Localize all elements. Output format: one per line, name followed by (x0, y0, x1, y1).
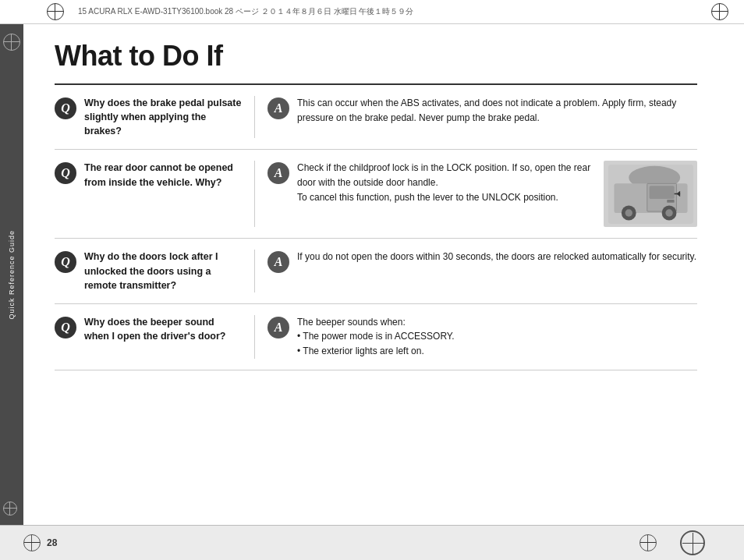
q-icon-1: Q (55, 97, 76, 119)
qa-divider-1 (254, 96, 255, 138)
q-part-3: Q Why do the doors lock after I unlocked… (55, 250, 242, 292)
q-part-1: Q Why does the brake pedal pulsate sligh… (55, 96, 242, 138)
q-text-3: Why do the doors lock after I unlocked t… (84, 250, 242, 292)
a-text-4: The beeper sounds when: The power mode i… (297, 315, 697, 359)
a-icon-4: A (267, 317, 289, 338)
a-text-3: If you do not open the doors within 30 s… (297, 250, 697, 292)
svg-rect-5 (667, 200, 674, 203)
a-part-3: A If you do not open the doors within 30… (267, 250, 697, 292)
a-icon-3: A (267, 251, 289, 273)
a-part-4: A The beeper sounds when: The power mode… (267, 315, 697, 359)
qa-divider-4 (254, 315, 255, 359)
qa-item-3: Q Why do the doors lock after I unlocked… (55, 239, 697, 303)
q-text-2: The rear door cannot be opened from insi… (84, 161, 242, 227)
a-part-2: A Check if the childproof lock is in the… (267, 161, 697, 227)
q-icon-2: Q (55, 162, 76, 184)
sidebar-crosshair-bottom (3, 502, 17, 516)
footer-crosshair-left (23, 534, 41, 551)
qa-divider-3 (254, 250, 255, 292)
sidebar-crosshair-top: .sidebar .circle-cross::before,.sidebar … (3, 34, 20, 51)
header-crosshair-left (47, 3, 64, 20)
a-part-1: A This can occur when the ABS activates,… (267, 96, 697, 138)
q-text-1: Why does the brake pedal pulsate slightl… (84, 96, 242, 138)
a-text-1: This can occur when the ABS activates, a… (297, 96, 697, 138)
q-icon-4: Q (55, 317, 76, 338)
footer-circle-right (680, 530, 705, 555)
footer: 28 (0, 525, 744, 560)
a-bullets-4: The power mode is in ACCESSORY. The exte… (297, 329, 697, 358)
header-strip: 15 ACURA RLX E-AWD-31TY36100.book 28 ページ… (0, 0, 744, 24)
qa-item-1: Q Why does the brake pedal pulsate sligh… (55, 85, 697, 150)
sidebar: .sidebar .circle-cross::before,.sidebar … (0, 24, 23, 525)
svg-rect-4 (649, 186, 674, 199)
q-icon-3: Q (55, 251, 76, 273)
content-area: What to Do If Q Why does the brake pedal… (23, 24, 744, 525)
a-bullet-4-2: The exterior lights are left on. (297, 344, 697, 359)
a-icon-2: A (267, 162, 289, 184)
a-icon-1: A (267, 97, 289, 119)
page: 15 ACURA RLX E-AWD-31TY36100.book 28 ページ… (0, 0, 744, 560)
main-content: .sidebar .circle-cross::before,.sidebar … (0, 24, 744, 525)
q-part-2: Q The rear door cannot be opened from in… (55, 161, 242, 227)
svg-point-9 (665, 209, 672, 216)
page-number: 28 (47, 537, 57, 548)
a-intro-4: The beeper sounds when: (297, 317, 406, 328)
footer-crosshair-center (639, 534, 657, 551)
a-bullet-4-1: The power mode is in ACCESSORY. (297, 329, 697, 344)
car-door-image (604, 161, 697, 227)
header-crosshair-right (711, 3, 728, 20)
header-file-info: 15 ACURA RLX E-AWD-31TY36100.book 28 ページ… (78, 6, 413, 17)
footer-left: 28 (23, 534, 57, 551)
qa-divider-2 (254, 161, 255, 227)
page-title: What to Do If (55, 40, 697, 73)
q-part-4: Q Why does the beeper sound when I open … (55, 315, 242, 359)
qa-item-4: Q Why does the beeper sound when I open … (55, 304, 697, 370)
footer-right (639, 530, 705, 555)
q-text-4: Why does the beeper sound when I open th… (84, 315, 242, 359)
a-text-2: Check if the childproof lock is in the L… (297, 161, 596, 227)
svg-point-7 (625, 209, 632, 216)
sidebar-label: Quick Reference Guide (8, 230, 16, 320)
qa-item-2: Q The rear door cannot be opened from in… (55, 150, 697, 239)
